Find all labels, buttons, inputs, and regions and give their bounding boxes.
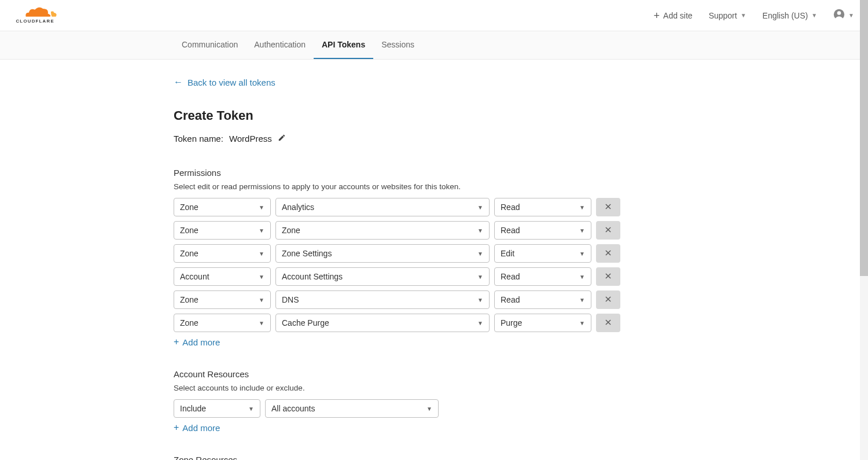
access-select[interactable]: Read▼ (494, 221, 591, 240)
delete-row-button[interactable] (596, 267, 620, 286)
caret-down-icon: ▼ (579, 297, 585, 303)
permission-row: Zone▼Analytics▼Read▼ (174, 198, 694, 216)
tab-communication[interactable]: Communication (174, 31, 246, 59)
select-value: Zone (180, 295, 198, 304)
select-value: Zone (180, 249, 198, 258)
caret-down-icon: ▼ (811, 12, 817, 19)
tab-sessions[interactable]: Sessions (373, 31, 422, 59)
resource-select[interactable]: DNS▼ (275, 290, 490, 309)
select-value: Zone (180, 226, 198, 235)
plus-icon: + (174, 337, 179, 347)
delete-row-button[interactable] (596, 221, 620, 240)
target-select[interactable]: All accounts▼ (265, 399, 439, 418)
access-select[interactable]: Read▼ (494, 290, 591, 309)
caret-down-icon: ▼ (579, 227, 585, 234)
back-link[interactable]: ← Back to view all tokens (174, 77, 694, 87)
scope-select[interactable]: Zone▼ (174, 221, 271, 240)
tab-authentication[interactable]: Authentication (246, 31, 314, 59)
close-icon (604, 318, 612, 328)
select-value: Read (501, 295, 520, 304)
arrow-left-icon: ← (174, 77, 183, 87)
account-resource-row: Include▼All accounts▼ (174, 399, 694, 418)
permission-row: Zone▼Zone Settings▼Edit▼ (174, 244, 694, 263)
caret-down-icon: ▼ (477, 320, 483, 326)
scrollbar[interactable] (860, 0, 868, 460)
main-content: ← Back to view all tokens Create Token T… (174, 60, 694, 460)
select-value: Edit (501, 249, 514, 258)
svg-point-2 (837, 11, 841, 15)
scope-select[interactable]: Account▼ (174, 267, 271, 286)
permission-row: Account▼Account Settings▼Read▼ (174, 267, 694, 286)
scrollbar-thumb[interactable] (860, 0, 868, 276)
support-label: Support (709, 11, 737, 20)
plus-icon: + (174, 422, 179, 433)
delete-row-button[interactable] (596, 290, 620, 309)
delete-row-button[interactable] (596, 198, 620, 216)
permission-row: Zone▼Cache Purge▼Purge▼ (174, 314, 694, 332)
top-header: CLOUDFLARE + Add site Support ▼ English … (0, 0, 868, 31)
resource-select[interactable]: Analytics▼ (275, 198, 490, 216)
select-value: All accounts (271, 404, 315, 413)
caret-down-icon: ▼ (477, 251, 483, 257)
permission-row: Zone▼Zone▼Read▼ (174, 221, 694, 240)
access-select[interactable]: Purge▼ (494, 314, 591, 332)
action-select[interactable]: Include▼ (174, 399, 260, 418)
account-resources-desc: Select accounts to include or exclude. (174, 384, 694, 392)
select-value: Read (501, 226, 520, 235)
select-value: Zone Settings (282, 249, 332, 258)
caret-down-icon: ▼ (579, 251, 585, 257)
zone-resources-section: Zone Resources Select zones to include o… (174, 455, 694, 460)
add-account-resource-button[interactable]: + Add more (174, 422, 694, 433)
close-icon (604, 272, 612, 282)
header-right: + Add site Support ▼ English (US) ▼ ▼ (654, 9, 854, 22)
plus-icon: + (654, 10, 660, 21)
zone-resources-title: Zone Resources (174, 455, 694, 460)
tab-api-tokens[interactable]: API Tokens (314, 31, 373, 59)
close-icon (604, 203, 612, 212)
svg-text:CLOUDFLARE: CLOUDFLARE (16, 19, 54, 24)
caret-down-icon: ▼ (579, 274, 585, 280)
language-dropdown[interactable]: English (US) ▼ (763, 11, 818, 20)
caret-down-icon: ▼ (259, 227, 264, 234)
access-select[interactable]: Read▼ (494, 198, 591, 216)
caret-down-icon: ▼ (741, 12, 746, 19)
select-value: Cache Purge (282, 318, 329, 327)
delete-row-button[interactable] (596, 244, 620, 263)
token-name-label: Token name: (174, 134, 223, 143)
select-value: Account Settings (282, 272, 343, 281)
resource-select[interactable]: Cache Purge▼ (275, 314, 490, 332)
permissions-section: Permissions Select edit or read permissi… (174, 168, 694, 347)
caret-down-icon: ▼ (848, 12, 854, 19)
close-icon (604, 249, 612, 259)
account-dropdown[interactable]: ▼ (833, 9, 854, 22)
support-dropdown[interactable]: Support ▼ (709, 11, 746, 20)
cloudflare-logo[interactable]: CLOUDFLARE (14, 6, 69, 25)
select-value: DNS (282, 295, 299, 304)
access-select[interactable]: Edit▼ (494, 244, 591, 263)
scope-select[interactable]: Zone▼ (174, 198, 271, 216)
scope-select[interactable]: Zone▼ (174, 290, 271, 309)
page-title: Create Token (174, 108, 694, 123)
token-name-value: WordPress (229, 134, 272, 143)
back-link-label: Back to view all tokens (187, 78, 275, 87)
resource-select[interactable]: Zone▼ (275, 221, 490, 240)
permissions-title: Permissions (174, 168, 694, 178)
account-resources-title: Account Resources (174, 369, 694, 379)
resource-select[interactable]: Zone Settings▼ (275, 244, 490, 263)
add-site-link[interactable]: + Add site (654, 10, 693, 21)
tabs-bar: CommunicationAuthenticationAPI TokensSes… (0, 31, 868, 60)
delete-row-button[interactable] (596, 314, 620, 332)
select-value: Read (501, 272, 520, 281)
add-site-label: Add site (663, 11, 693, 20)
resource-select[interactable]: Account Settings▼ (275, 267, 490, 286)
add-permission-button[interactable]: + Add more (174, 337, 694, 347)
access-select[interactable]: Read▼ (494, 267, 591, 286)
scope-select[interactable]: Zone▼ (174, 314, 271, 332)
select-value: Zone (180, 318, 198, 327)
permission-row: Zone▼DNS▼Read▼ (174, 290, 694, 309)
select-value: Include (180, 404, 206, 413)
edit-icon[interactable] (278, 134, 286, 143)
close-icon (604, 295, 612, 305)
select-value: Analytics (282, 203, 314, 212)
scope-select[interactable]: Zone▼ (174, 244, 271, 263)
